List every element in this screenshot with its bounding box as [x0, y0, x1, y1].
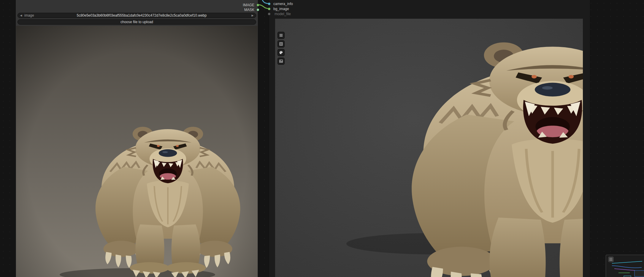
bear-3d-render [275, 19, 583, 277]
minimap-content [606, 255, 644, 277]
model-viewer-node[interactable]: camera_info bg_image model_file [269, 0, 590, 277]
minimap-wire [612, 261, 642, 263]
image-preview [16, 26, 258, 277]
combo-prev-arrow-icon[interactable]: ◀ [18, 14, 24, 17]
menu-icon [279, 33, 283, 37]
graph-canvas[interactable]: IMAGE MASK ◀ image 5c80e5e03a3b60b6f03ea… [0, 0, 644, 277]
paint-icon [279, 50, 283, 55]
choose-file-button[interactable]: choose file to upload [18, 19, 256, 25]
grid-button[interactable] [277, 40, 285, 48]
input-port-bg-image[interactable] [268, 7, 271, 10]
input-port-model-file[interactable] [268, 12, 271, 15]
menu-button[interactable] [277, 32, 285, 39]
input-label-model-file: model_file [275, 12, 291, 16]
output-label-mask: MASK [244, 8, 254, 12]
output-label-image: IMAGE [243, 3, 254, 7]
load-image-node[interactable]: IMAGE MASK ◀ image 5c80e5e03a3b60b6f03ea… [15, 0, 258, 277]
combo-selected-filename[interactable]: 5c80e5e03a3b60b6f03eaf555ba1dafc0e4230c4… [34, 13, 249, 18]
background-image-button[interactable] [277, 58, 285, 65]
minimap-wire [614, 269, 635, 270]
wire-image-to-bg-image [258, 5, 269, 9]
minimap-wire [612, 266, 642, 268]
choose-file-button-label: choose file to upload [120, 20, 153, 24]
output-port-image[interactable] [256, 4, 259, 7]
combo-widget-name: image [24, 13, 34, 18]
output-port-mask[interactable] [256, 8, 259, 11]
graph-minimap[interactable] [606, 255, 644, 277]
input-label-bg-image: bg_image [273, 7, 289, 11]
bear-statue-image [16, 26, 258, 277]
image-combo-widget[interactable]: ◀ image 5c80e5e03a3b60b6f03eaf555ba1dafc… [18, 13, 256, 18]
viewport-toolbar [277, 32, 285, 65]
input-port-camera-info[interactable] [268, 2, 271, 5]
combo-next-arrow-icon[interactable]: ▶ [249, 14, 256, 17]
background-image-icon [279, 59, 283, 63]
minimap-node [624, 276, 631, 277]
3d-viewport[interactable] [275, 19, 583, 277]
grid-icon [279, 42, 283, 46]
paint-button[interactable] [277, 49, 285, 56]
minimap-node [635, 270, 644, 276]
input-label-camera-info: camera_info [273, 2, 293, 6]
